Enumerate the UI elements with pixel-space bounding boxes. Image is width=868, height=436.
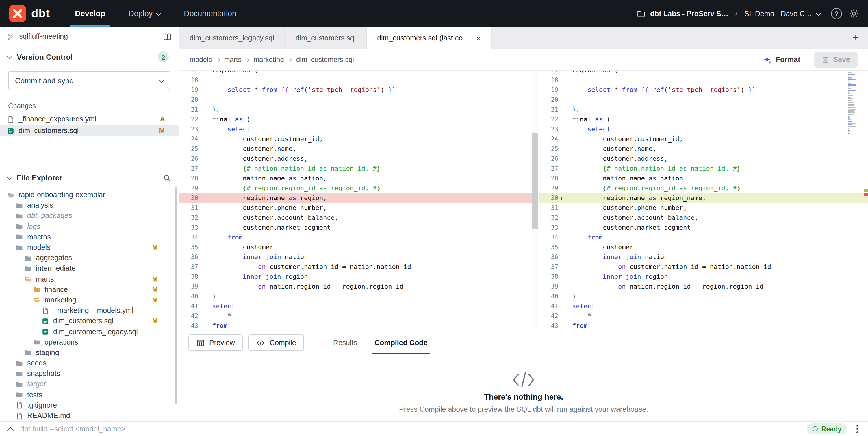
code-line[interactable]: 25 customer.name, [179, 144, 538, 154]
tree-item-staging[interactable]: staging [0, 348, 179, 358]
tree-item-operations[interactable]: operations [0, 337, 179, 347]
commit-options-chevron[interactable] [153, 72, 170, 90]
tree-item-logs[interactable]: logs [0, 221, 179, 232]
tree-item-aggregates[interactable]: aggregates [0, 253, 179, 263]
code-line[interactable]: 33 customer.market_segment [179, 223, 538, 232]
code-line[interactable]: 38 inner join region [539, 272, 868, 282]
code-line[interactable]: 28 nation.name as nation, [539, 173, 868, 183]
format-button[interactable]: Format [763, 55, 800, 64]
code-line[interactable]: 18 [539, 75, 868, 85]
save-button[interactable]: Save [814, 52, 858, 67]
code-line[interactable]: 34 from [179, 232, 538, 242]
code-line[interactable]: 25 customer.name, [539, 144, 868, 154]
file-explorer-header[interactable]: File Explorer [0, 168, 179, 187]
editor-tab-dim-customers-sql-last-co[interactable]: dim_customers.sql (last co…× [367, 27, 492, 49]
command-input[interactable]: dbt build --select <model_name> [20, 425, 125, 433]
account-selector[interactable]: dbt Labs - ProServ S… [637, 9, 728, 18]
code-line[interactable]: 19 select * from {{ ref('stg_tpch__regio… [539, 85, 868, 95]
code-line[interactable]: 43from [179, 321, 538, 328]
tree-item-marketing-models-yml[interactable]: _marketing__models.yml [0, 305, 179, 316]
tree-item-dim-customers-legacy-sql[interactable]: dim_customers_legacy.sql [0, 326, 179, 337]
code-line[interactable]: 21), [539, 105, 868, 115]
code-line[interactable]: 27 {# nation.nation_id as nation_id, #} [179, 164, 538, 173]
code-line[interactable]: 30− region.name as region, [179, 193, 538, 203]
code-line[interactable]: 41select [179, 301, 538, 311]
code-line[interactable]: 17regions as ( [539, 70, 868, 75]
tree-item-marketing[interactable]: marketingM [0, 295, 179, 305]
code-line[interactable]: 17regions as ( [179, 70, 538, 75]
tree-item-dim-customers-sql[interactable]: dim_customers.sqlM [0, 316, 179, 326]
diff-pane-right[interactable]: 17regions as (1819 select * from {{ ref(… [538, 70, 868, 328]
nav-develop[interactable]: Develop [73, 0, 107, 27]
code-line[interactable]: 23 select [179, 124, 538, 134]
change-item-finance-exposures-yml[interactable]: _finance_exposures.ymlA [0, 113, 179, 125]
tree-item-snapshots[interactable]: snapshots [0, 368, 179, 379]
code-line[interactable]: 28 nation.name as nation, [179, 173, 538, 183]
code-line[interactable]: 40) [539, 291, 868, 301]
tree-item-rapid-onboarding-exemplar[interactable]: rapid-onboarding-exemplar [0, 190, 179, 200]
overview-ruler[interactable] [864, 70, 868, 328]
code-line[interactable]: 24 customer.customer_id, [179, 134, 538, 144]
tree-item-macros[interactable]: macros [0, 232, 179, 242]
code-line[interactable]: 32 customer.account_balance, [179, 213, 538, 223]
code-line[interactable]: 38 inner join region [179, 272, 538, 282]
code-line[interactable]: 21), [179, 105, 538, 115]
code-line[interactable]: 20 [539, 95, 868, 105]
ide-status-badge[interactable]: Ready [807, 423, 847, 434]
sidebar-scrollbar[interactable] [175, 187, 178, 404]
code-line[interactable]: 34 from [539, 232, 868, 242]
tree-item-target[interactable]: target [0, 379, 179, 389]
code-line[interactable]: 18 [179, 75, 538, 85]
docs-book-icon[interactable] [163, 32, 172, 41]
code-line[interactable]: 31 customer.phone_number, [539, 203, 868, 213]
code-line[interactable]: 30+ region.name as region_name, [539, 193, 868, 203]
editor-tab-dim-customers-legacy-sql[interactable]: dim_customers_legacy.sql [179, 27, 285, 49]
code-line[interactable]: 31 customer.phone_number, [179, 203, 538, 213]
scrollbar-thumb[interactable] [532, 133, 538, 229]
chevron-up-icon[interactable] [7, 427, 14, 433]
code-line[interactable]: 40) [179, 291, 538, 301]
commit-and-sync-button[interactable]: Commit and sync [8, 71, 170, 90]
code-line[interactable]: 26 customer.address, [179, 154, 538, 164]
close-icon[interactable]: × [476, 34, 481, 42]
code-line[interactable]: 29 {# region.region_id as region_id, #} [179, 183, 538, 193]
code-line[interactable]: 22final as ( [179, 115, 538, 124]
code-line[interactable]: 26 customer.address, [539, 154, 868, 164]
editor-tab-dim-customers-sql[interactable]: dim_customers.sql [285, 27, 367, 49]
tree-item-marts[interactable]: martsM [0, 274, 179, 284]
diff-pane-left[interactable]: 17regions as (1819 select * from {{ ref(… [179, 70, 538, 328]
left-pane-scrollbar[interactable] [532, 70, 538, 328]
code-line[interactable]: 20 [179, 95, 538, 105]
tab-compiled-code[interactable]: Compiled Code [368, 335, 434, 351]
tree-item-intermediate[interactable]: intermediate [0, 263, 179, 274]
code-line[interactable]: 36 inner join nation [539, 252, 868, 262]
code-line[interactable]: 33 customer.market_segment [539, 223, 868, 232]
code-line[interactable]: 39 on nation.region_id = region.region_i… [179, 282, 538, 291]
tree-item-seeds[interactable]: seeds [0, 358, 179, 368]
code-line[interactable]: 43from [539, 321, 868, 328]
version-control-header[interactable]: Version Control 2 [0, 46, 179, 68]
preview-button[interactable]: Preview [188, 334, 243, 351]
code-line[interactable]: 36 inner join nation [179, 252, 538, 262]
tab-results[interactable]: Results [326, 335, 364, 351]
code-line[interactable]: 19 select * from {{ ref('stg_tpch__regio… [179, 85, 538, 95]
tree-item-dbt-packages[interactable]: dbt_packages [0, 211, 179, 221]
minimap[interactable] [848, 72, 863, 134]
tree-item-gitignore[interactable]: .gitignore [0, 400, 179, 411]
code-line[interactable]: 35 customer [179, 242, 538, 252]
code-line[interactable]: 42 * [539, 311, 868, 321]
tree-item-finance[interactable]: financeM [0, 284, 179, 295]
code-line[interactable]: 22final as ( [539, 115, 868, 124]
code-line[interactable]: 24 customer.customer_id, [539, 134, 868, 144]
tree-item-tests[interactable]: tests [0, 389, 179, 400]
search-icon[interactable] [163, 174, 171, 182]
dbt-logo[interactable]: dbt [9, 5, 50, 22]
project-selector[interactable]: SL Demo - Dave C… [744, 9, 820, 18]
code-line[interactable]: 29 {# region.region_id as region_id, #} [539, 183, 868, 193]
tree-item-analysis[interactable]: analysis [0, 200, 179, 210]
code-line[interactable]: 32 customer.account_balance, [539, 213, 868, 223]
compile-button[interactable]: Compile [249, 334, 304, 351]
new-tab-button[interactable]: + [853, 32, 859, 44]
code-line[interactable]: 42 * [179, 311, 538, 321]
tree-item-readme-md[interactable]: README.md [0, 411, 179, 421]
